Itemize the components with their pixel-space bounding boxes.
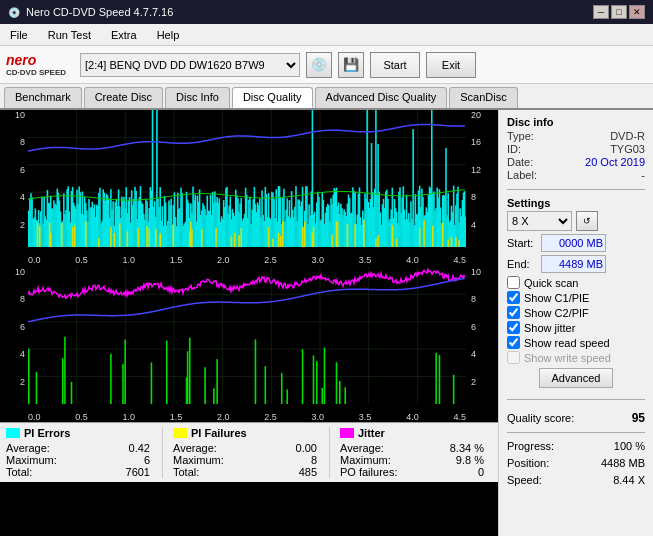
quality-score-value: 95 bbox=[632, 411, 645, 425]
exit-button[interactable]: Exit bbox=[426, 52, 476, 78]
pi-errors-stats: PI Errors Average: 0.42 Maximum: 6 Total… bbox=[6, 427, 158, 478]
pi-errors-indicator bbox=[6, 428, 20, 438]
pi-failures-maximum: Maximum: 8 bbox=[173, 454, 317, 466]
speed-select[interactable]: 8 X 4 X 12 X 16 X Max bbox=[507, 211, 572, 231]
start-button[interactable]: Start bbox=[370, 52, 420, 78]
divider-2 bbox=[507, 399, 645, 400]
title-bar-buttons: ─ □ ✕ bbox=[593, 5, 645, 19]
disc-id-row: ID: TYG03 bbox=[507, 143, 645, 155]
tab-advanced-disc-quality[interactable]: Advanced Disc Quality bbox=[315, 87, 448, 108]
show-c2-checkbox[interactable] bbox=[507, 306, 520, 319]
pi-failures-stats: PI Failures Average: 0.00 Maximum: 8 Tot… bbox=[167, 427, 325, 478]
disc-label-row: Label: - bbox=[507, 169, 645, 181]
lower-chart-bg bbox=[28, 267, 466, 404]
jitter-title: Jitter bbox=[340, 427, 484, 439]
save-button[interactable]: 💾 bbox=[338, 52, 364, 78]
title-bar: 💿 Nero CD-DVD Speed 4.7.7.16 ─ □ ✕ bbox=[0, 0, 653, 24]
tab-disc-info[interactable]: Disc Info bbox=[165, 87, 230, 108]
disc-date-label: Date: bbox=[507, 156, 533, 168]
drive-select[interactable]: [2:4] BENQ DVD DD DW1620 B7W9 bbox=[80, 53, 300, 77]
speed-row: 8 X 4 X 12 X 16 X Max ↺ bbox=[507, 211, 645, 231]
disc-info-section: Disc info Type: DVD-R ID: TYG03 Date: 20… bbox=[507, 116, 645, 182]
pi-failures-average: Average: 0.00 bbox=[173, 442, 317, 454]
quality-score-section: Quality score: 95 bbox=[507, 411, 645, 425]
show-write-speed-row: Show write speed bbox=[507, 351, 645, 364]
menu-bar: File Run Test Extra Help bbox=[0, 24, 653, 46]
close-button[interactable]: ✕ bbox=[629, 5, 645, 19]
disc-date-value: 20 Oct 2019 bbox=[585, 156, 645, 168]
stat-sep-1 bbox=[162, 427, 163, 478]
show-jitter-row: Show jitter bbox=[507, 321, 645, 334]
show-read-speed-row: Show read speed bbox=[507, 336, 645, 349]
disc-label-value: - bbox=[641, 169, 645, 181]
upper-chart: 10 8 6 4 2 20 16 12 8 4 0.0 bbox=[0, 110, 498, 265]
pi-errors-average: Average: 0.42 bbox=[6, 442, 150, 454]
pi-errors-title: PI Errors bbox=[6, 427, 150, 439]
jitter-indicator bbox=[340, 428, 354, 438]
jitter-maximum: Maximum: 9.8 % bbox=[340, 454, 484, 466]
show-c1-checkbox[interactable] bbox=[507, 291, 520, 304]
speed-row-info: Speed: 8.44 X bbox=[507, 474, 645, 486]
menu-help[interactable]: Help bbox=[151, 27, 186, 43]
nero-logo: nero CD·DVD SPEED bbox=[6, 52, 66, 77]
right-panel: Disc info Type: DVD-R ID: TYG03 Date: 20… bbox=[498, 110, 653, 536]
disc-info-title: Disc info bbox=[507, 116, 645, 128]
show-c1-row: Show C1/PIE bbox=[507, 291, 645, 304]
end-input[interactable] bbox=[541, 255, 606, 273]
maximize-button[interactable]: □ bbox=[611, 5, 627, 19]
divider-1 bbox=[507, 189, 645, 190]
lower-x-axis: 0.0 0.5 1.0 1.5 2.0 2.5 3.0 3.5 4.0 4.5 bbox=[28, 404, 466, 422]
stat-sep-2 bbox=[329, 427, 330, 478]
pi-failures-total: Total: 485 bbox=[173, 466, 317, 478]
show-jitter-checkbox[interactable] bbox=[507, 321, 520, 334]
disc-type-row: Type: DVD-R bbox=[507, 130, 645, 142]
pi-errors-maximum: Maximum: 6 bbox=[6, 454, 150, 466]
start-input[interactable] bbox=[541, 234, 606, 252]
pi-failures-indicator bbox=[173, 428, 187, 438]
upper-y-axis-left: 10 8 6 4 2 bbox=[0, 110, 28, 247]
settings-section: Settings 8 X 4 X 12 X 16 X Max ↺ Start: … bbox=[507, 197, 645, 392]
disc-icon-button[interactable]: 💿 bbox=[306, 52, 332, 78]
upper-x-axis: 0.0 0.5 1.0 1.5 2.0 2.5 3.0 3.5 4.0 4.5 bbox=[28, 247, 466, 265]
tab-disc-quality[interactable]: Disc Quality bbox=[232, 87, 313, 108]
tab-create-disc[interactable]: Create Disc bbox=[84, 87, 163, 108]
quick-scan-checkbox[interactable] bbox=[507, 276, 520, 289]
tabs: Benchmark Create Disc Disc Info Disc Qua… bbox=[0, 84, 653, 110]
minimize-button[interactable]: ─ bbox=[593, 5, 609, 19]
menu-run-test[interactable]: Run Test bbox=[42, 27, 97, 43]
show-write-speed-checkbox bbox=[507, 351, 520, 364]
disc-type-label: Type: bbox=[507, 130, 534, 142]
app-title: Nero CD-DVD Speed 4.7.7.16 bbox=[26, 6, 173, 18]
upper-chart-bg bbox=[28, 110, 466, 247]
jitter-average: Average: 8.34 % bbox=[340, 442, 484, 454]
disc-label-label: Label: bbox=[507, 169, 537, 181]
lower-canvas bbox=[28, 267, 466, 404]
start-row: Start: bbox=[507, 234, 645, 252]
quick-scan-row: Quick scan bbox=[507, 276, 645, 289]
end-row: End: bbox=[507, 255, 645, 273]
charts-panel: 10 8 6 4 2 20 16 12 8 4 0.0 bbox=[0, 110, 498, 536]
pi-errors-total: Total: 7601 bbox=[6, 466, 150, 478]
show-read-speed-checkbox[interactable] bbox=[507, 336, 520, 349]
tab-benchmark[interactable]: Benchmark bbox=[4, 87, 82, 108]
nero-logo-text: nero bbox=[6, 52, 66, 68]
position-row: Position: 4488 MB bbox=[507, 457, 645, 469]
divider-3 bbox=[507, 432, 645, 433]
lower-chart: 10 8 6 4 2 10 8 6 4 2 0.0 0.5 1.0 bbox=[0, 267, 498, 422]
cd-speed-text: CD·DVD SPEED bbox=[6, 68, 66, 77]
disc-date-row: Date: 20 Oct 2019 bbox=[507, 156, 645, 168]
lower-y-axis-left: 10 8 6 4 2 bbox=[0, 267, 28, 404]
disc-id-label: ID: bbox=[507, 143, 521, 155]
jitter-stats: Jitter Average: 8.34 % Maximum: 9.8 % PO… bbox=[334, 427, 492, 478]
pi-failures-title: PI Failures bbox=[173, 427, 317, 439]
main-content: 10 8 6 4 2 20 16 12 8 4 0.0 bbox=[0, 110, 653, 536]
advanced-button[interactable]: Advanced bbox=[539, 368, 614, 388]
upper-canvas bbox=[28, 110, 466, 247]
upper-y-axis-right: 20 16 12 8 4 bbox=[468, 110, 498, 247]
menu-extra[interactable]: Extra bbox=[105, 27, 143, 43]
tab-scan-disc[interactable]: ScanDisc bbox=[449, 87, 517, 108]
menu-file[interactable]: File bbox=[4, 27, 34, 43]
refresh-button[interactable]: ↺ bbox=[576, 211, 598, 231]
po-failures: PO failures: 0 bbox=[340, 466, 484, 478]
lower-y-axis-right: 10 8 6 4 2 bbox=[468, 267, 498, 404]
